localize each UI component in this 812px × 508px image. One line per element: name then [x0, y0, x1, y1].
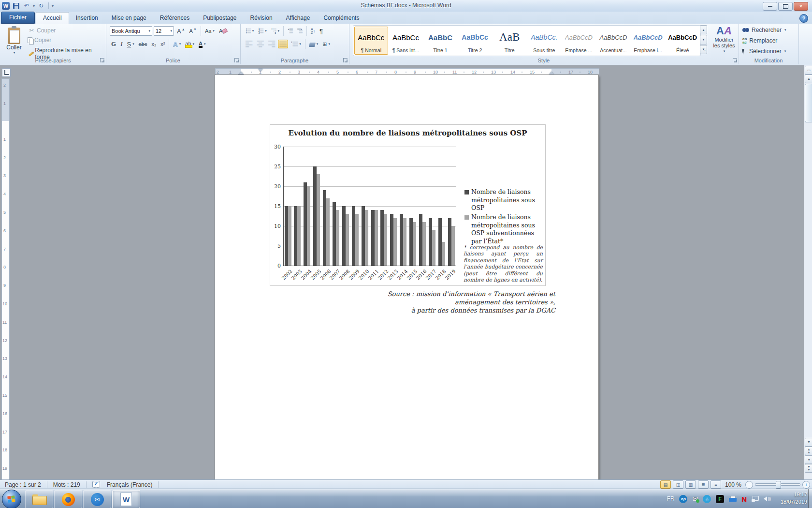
- tab-insertion[interactable]: Insertion: [69, 13, 105, 24]
- align-right-button[interactable]: ──── ── ──── ──: [267, 40, 276, 48]
- font-dialog-launcher-icon[interactable]: [234, 58, 239, 62]
- help-icon[interactable]: ?: [799, 14, 808, 23]
- browse-object-icon[interactable]: ●: [805, 455, 812, 464]
- multilevel-list-button[interactable]: •── ◦─ ▪▾: [270, 28, 281, 34]
- select-button[interactable]: Sélectionner ▾: [742, 48, 786, 55]
- taskbar-word-button[interactable]: W: [112, 490, 140, 508]
- scroll-down-icon[interactable]: ▼: [805, 438, 812, 447]
- font-size-combo[interactable]: 12 ▾: [154, 26, 174, 36]
- taskbar-clock[interactable]: 19:17 18/07/2019: [781, 491, 807, 506]
- tab-publipostage[interactable]: Publipostage: [196, 13, 243, 24]
- right-indent-marker[interactable]: [549, 72, 554, 75]
- style-item-sous-titre[interactable]: AaBbCc.Sous-titre: [527, 27, 561, 55]
- close-button[interactable]: ✕: [794, 2, 808, 11]
- justify-button[interactable]: ──── ──── ──── ────: [278, 40, 288, 48]
- share-tray-icon[interactable]: ∴: [703, 495, 711, 503]
- embedded-chart[interactable]: 0510152025302002200320042005200620072008…: [270, 124, 546, 286]
- style-item-titre-1[interactable]: AaBbCTitre 1: [423, 27, 457, 55]
- style-item-sans-int[interactable]: AaBbCc¶ Sans int...: [389, 27, 423, 55]
- grow-font-button[interactable]: A▲: [175, 27, 187, 35]
- tab-accueil[interactable]: Accueil: [36, 12, 69, 24]
- previous-page-icon[interactable]: ▲▲: [805, 447, 812, 455]
- bullets-button[interactable]: •── •── •──▾: [244, 28, 255, 34]
- font-color-button[interactable]: A▾: [197, 40, 207, 48]
- styles-dialog-launcher-icon[interactable]: [733, 58, 737, 62]
- sort-button[interactable]: AZ↓: [309, 27, 317, 35]
- style-item-emphase[interactable]: AaBbCcDEmphase ...: [562, 27, 596, 55]
- clipboard-dialog-launcher-icon[interactable]: [100, 58, 104, 62]
- clear-formatting-button[interactable]: A: [218, 28, 229, 34]
- scroll-up-icon[interactable]: ▲: [805, 75, 812, 83]
- n-tray-icon[interactable]: N: [741, 495, 747, 503]
- align-center-button[interactable]: ──── ── ──── ──: [255, 40, 265, 48]
- zoom-in-icon[interactable]: +: [802, 481, 810, 489]
- tab-references[interactable]: Références: [153, 13, 196, 24]
- zoom-level[interactable]: 100 %: [723, 481, 743, 488]
- strikethrough-button[interactable]: abc: [137, 41, 149, 47]
- decrease-indent-button[interactable]: ◂══ ── ──: [286, 28, 294, 34]
- next-page-icon[interactable]: ▼▼: [805, 464, 812, 473]
- increase-indent-button[interactable]: ══▸ ── ──: [296, 28, 304, 34]
- zoom-out-icon[interactable]: −: [745, 481, 753, 489]
- shading-button[interactable]: ▾: [308, 41, 320, 47]
- tab-stop-selector[interactable]: [2, 68, 11, 77]
- style-item-normal[interactable]: AaBbCc¶ Normal: [354, 27, 388, 55]
- find-button[interactable]: Rechercher ▾: [742, 27, 786, 33]
- language-indicator[interactable]: Français (France): [105, 481, 155, 488]
- superscript-button[interactable]: x²: [159, 41, 166, 47]
- fsecure-tray-icon[interactable]: F: [716, 495, 724, 503]
- show-marks-button[interactable]: ¶: [318, 27, 324, 35]
- vertical-ruler[interactable]: 2112345678910111213141516171819: [1, 78, 10, 480]
- style-item-titre-2[interactable]: AaBbCcTitre 2: [458, 27, 492, 55]
- start-button[interactable]: [2, 490, 21, 508]
- tab-affichage[interactable]: Affichage: [279, 13, 317, 24]
- numbering-button[interactable]: 1── 2── 3──▾: [257, 28, 268, 34]
- replace-button[interactable]: abac Remplacer: [742, 37, 777, 44]
- style-scroll-down-icon[interactable]: ▼: [700, 35, 707, 44]
- printer-tray-icon[interactable]: [729, 496, 737, 502]
- tab-mise-en-page[interactable]: Mise en page: [105, 13, 153, 24]
- italic-button[interactable]: I: [119, 40, 124, 48]
- document-page[interactable]: 0510152025302002200320042005200620072008…: [215, 75, 598, 479]
- word-count[interactable]: Mots : 219: [51, 481, 82, 488]
- fullscreen-reading-view-icon[interactable]: ◫: [673, 480, 683, 489]
- mail-tray-icon[interactable]: ✉: [692, 495, 698, 503]
- style-gallery-more-icon[interactable]: ▼̱: [700, 45, 707, 54]
- speaker-tray-icon[interactable]: ))): [764, 496, 770, 501]
- ruler-toggle-icon[interactable]: ▭: [805, 66, 812, 75]
- zoom-slider-thumb[interactable]: [776, 481, 781, 489]
- paragraph-dialog-launcher-icon[interactable]: [343, 58, 348, 62]
- network-tray-icon[interactable]: [752, 496, 759, 502]
- draft-view-icon[interactable]: ≡: [710, 480, 721, 489]
- paste-dropdown-icon[interactable]: ▾: [14, 51, 15, 55]
- taskbar-thunderbird-button[interactable]: ✉: [83, 490, 111, 508]
- cut-button[interactable]: ✂ Couper: [26, 26, 57, 34]
- shrink-font-button[interactable]: A▼: [188, 28, 198, 34]
- zoom-slider[interactable]: [755, 483, 800, 486]
- style-item-emphase-i[interactable]: AaBbCcDEmphase i...: [631, 27, 665, 55]
- vertical-scrollbar[interactable]: ▭ ▲ ▼ ▲▲ ● ▼▼: [804, 65, 812, 479]
- restore-button[interactable]: [778, 2, 793, 11]
- tab-revision[interactable]: Révision: [244, 13, 279, 24]
- style-scroll-up-icon[interactable]: ▲: [700, 25, 707, 34]
- style-item-titre[interactable]: AaBTitre: [493, 27, 526, 55]
- subscript-button[interactable]: x₂: [150, 41, 158, 47]
- borders-button[interactable]: ⊞▾: [321, 41, 332, 48]
- minimize-button[interactable]: [763, 2, 777, 11]
- style-item-accentuat[interactable]: AaBbCcDAccentuat...: [596, 27, 630, 55]
- page-indicator[interactable]: Page : 1 sur 2: [3, 481, 43, 488]
- tab-fichier[interactable]: Fichier: [1, 12, 35, 24]
- style-item-eleve[interactable]: AaBbCcDÉlevé: [666, 27, 699, 55]
- spellcheck-icon[interactable]: ✓: [92, 482, 100, 487]
- print-layout-view-icon[interactable]: ▤: [660, 480, 671, 489]
- copy-button[interactable]: Copier: [26, 36, 53, 44]
- line-spacing-button[interactable]: ↕─── ─── ───▾: [290, 41, 303, 47]
- scrollbar-thumb[interactable]: [805, 84, 812, 122]
- font-size-dropdown-icon[interactable]: ▾: [170, 29, 172, 33]
- taskbar-explorer-button[interactable]: [25, 490, 53, 508]
- align-left-button[interactable]: ──── ── ──── ──: [244, 40, 254, 48]
- show-desktop-button[interactable]: [808, 489, 812, 508]
- web-layout-view-icon[interactable]: ▥: [685, 480, 696, 489]
- highlight-button[interactable]: ab▾: [184, 40, 196, 48]
- keyboard-language-indicator[interactable]: FR: [667, 495, 674, 502]
